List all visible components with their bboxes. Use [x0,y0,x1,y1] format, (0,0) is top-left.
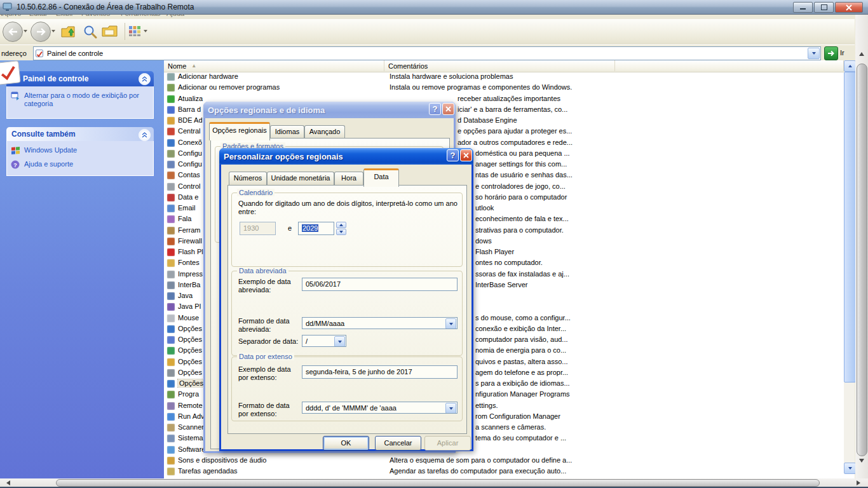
collapse-chevron-icon[interactable] [139,129,151,141]
year-spinner[interactable] [336,222,346,235]
views-dropdown-icon[interactable] [144,30,147,32]
back-button[interactable] [3,22,23,42]
help-button[interactable]: ? [447,149,459,161]
item-comment: nomia de energia para o co... [475,346,566,354]
panel-title: Painel de controle [23,74,88,83]
address-value: Painel de controle [47,50,103,57]
restore-button[interactable] [814,2,834,13]
item-comment: nfiguration Manager Programs [475,390,570,398]
item-comment: doméstica ou para pequena ... [475,149,570,157]
column-header-name[interactable]: Nome ▲ [164,60,384,71]
add-hardware-icon [167,73,175,81]
dropdown-chevron-icon[interactable] [445,318,456,329]
menu-ferramentas[interactable]: Ferramentas [121,14,160,18]
spinner-up-icon[interactable] [336,222,346,228]
scheduled-tasks-icon [167,468,175,475]
dropdown-chevron-icon[interactable] [445,403,456,414]
tab-currency[interactable]: Unidade monetária [267,172,334,185]
sidebar-item-windows-update[interactable]: Windows Update [11,146,149,155]
year-to-field[interactable]: 2029 [298,222,334,235]
folders-button[interactable] [102,24,118,38]
menu-exibir[interactable]: Exibir [56,14,74,18]
scroll-up-button[interactable] [844,60,856,72]
rdp-vertical-scrollbar[interactable] [855,14,868,478]
item-comment: ssoras de fax instaladas e aj... [475,270,569,278]
list-vertical-scrollbar[interactable] [844,60,855,473]
tab-languages[interactable]: Idiomas [270,125,304,139]
tab-numbers[interactable]: Números [229,172,267,185]
date-separator-combo[interactable]: / [302,335,346,347]
tab-advanced[interactable]: Avançado [304,125,345,139]
up-folder-button[interactable] [60,24,77,39]
item-name: Opções [178,325,202,332]
scroll-down-button[interactable] [844,463,856,474]
java-plugin-icon [167,303,175,311]
year-to-value: 2029 [302,224,318,232]
menu-editar[interactable]: Editar [29,14,48,18]
menu-arquivo[interactable]: Arquivo [0,14,21,18]
views-button[interactable] [128,25,141,37]
rdp-scroll-left-icon[interactable] [6,480,10,485]
rdp-vscroll-thumb[interactable] [857,64,867,456]
rdp-titlebar[interactable]: 10.50.62.86 - Conexão de Área de Trabalh… [0,0,868,15]
rdp-scroll-up-icon[interactable] [859,52,864,56]
go-label[interactable]: Ir [840,49,844,57]
panel-control-panel-header[interactable]: Painel de controle [6,71,154,86]
views-icon [128,25,141,37]
list-item[interactable]: Adicionar ou remover programasInstala ou… [164,83,844,93]
menu-favoritos[interactable]: Favoritos [81,14,110,18]
address-combo[interactable]: Painel de controle [33,46,821,60]
sidebar-item-switch-category-view[interactable]: Alternar para o modo de exibição por cat… [11,92,149,108]
list-item[interactable]: Adicionar hardwareInstala hardware e sol… [164,72,844,83]
explorer-menubar: Arquivo Editar Exibir Favoritos Ferramen… [0,14,855,19]
menu-ajuda[interactable]: Ajuda [166,14,184,18]
close-button[interactable] [442,103,454,115]
rdp-horizontal-scrollbar[interactable] [0,478,868,487]
tab-time[interactable]: Hora [334,172,363,185]
rdp-hscroll-thumb[interactable] [56,479,820,487]
go-arrow-icon [827,50,835,57]
rdp-scroll-right-icon[interactable] [857,480,860,485]
panel-see-also-header[interactable]: Consulte também [6,127,154,141]
arrow-right-icon [36,28,46,36]
scrollbar-thumb[interactable] [844,72,856,383]
network-setup-icon [167,150,175,158]
item-comment: ettings. [475,402,498,409]
item-comment: iciar' e a barra de ferramentas, co... [458,105,567,113]
dialog-titlebar[interactable]: Opções regionais e de idioma ? [203,102,456,118]
column-header-comments[interactable]: Comentários [384,60,615,71]
collapse-chevron-icon[interactable] [139,73,151,85]
group-label: Data abreviada [237,267,288,274]
windows-update-icon [11,146,20,155]
spinner-down-icon[interactable] [336,229,346,235]
accessibility-options-icon [167,336,175,344]
item-comment: Instala hardware e soluciona problemas [390,72,513,80]
go-button[interactable] [824,46,838,60]
cancel-button[interactable]: Cancelar [375,436,421,451]
item-name: Barra d [178,105,201,113]
back-dropdown-icon[interactable] [24,30,27,32]
add-remove-programs-icon [167,84,175,92]
ok-button[interactable]: OK [323,436,369,451]
short-date-format-combo[interactable]: dd/MM/aaaa [302,317,458,329]
close-button[interactable] [460,149,472,161]
list-item[interactable]: Tarefas agendadasAgendar as tarefas do c… [164,466,844,477]
dropdown-chevron-icon[interactable] [334,336,345,347]
tab-regional-options[interactable]: Opções regionais [209,122,270,140]
rdp-scroll-down-icon[interactable] [859,459,864,463]
help-button[interactable]: ? [429,103,441,115]
search-button[interactable] [83,24,98,39]
address-dropdown-icon[interactable] [808,48,820,59]
dialog-titlebar[interactable]: Personalizar opções regionais ? [219,148,473,165]
close-button[interactable] [835,2,863,13]
sidebar-item-help-support[interactable]: ? Ajuda e suporte [11,160,149,169]
tab-date[interactable]: Data [363,168,399,187]
item-name: Central [178,127,200,135]
list-item[interactable]: Sons e dispositivos de áudioAltera o esq… [164,456,844,466]
forward-dropdown-icon[interactable] [51,30,55,32]
long-date-format-combo[interactable]: dddd, d' de 'MMMM' de 'aaaa [302,402,458,414]
minimize-button[interactable] [793,2,813,13]
configuration-manager-icon [167,161,175,168]
forward-button[interactable] [31,22,51,42]
close-icon [445,106,451,112]
